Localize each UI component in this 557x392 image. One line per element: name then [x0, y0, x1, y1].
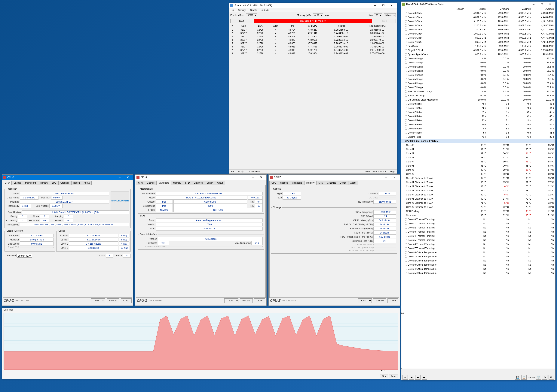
- problem-size-select[interactable]: 32717: [246, 13, 257, 17]
- sensor-row[interactable]: Core #132 °C31 °C85 °C63 °C: [401, 147, 555, 151]
- socket-select[interactable]: Socket #1: [16, 254, 32, 257]
- tab-mainboard[interactable]: Mainboard: [290, 181, 304, 185]
- sensor-row[interactable]: Core #5 Usage0.0 %0.0 %100.0 %86.0 %: [401, 77, 555, 81]
- save-button[interactable]: 💾: [515, 375, 520, 380]
- hw-col-minimum[interactable]: Minimum: [488, 8, 510, 10]
- sensor-row[interactable]: On-Demand Clock Modulation100.0 %100.0 %…: [401, 98, 555, 102]
- sensor-row[interactable]: Core #2 Thermal ThrottlingNoNoNoNo: [401, 226, 555, 230]
- sensor-row[interactable]: Core #6 Thermal ThrottlingNoNoNoNo: [401, 242, 555, 246]
- sensor-row[interactable]: Core #5 Distance to TjMAX69 °C14 °C70 °C…: [401, 197, 555, 201]
- sensor-row[interactable]: Core #0 Distance to TjMAX67 °C11 °C68 °C…: [401, 176, 555, 180]
- sensor-row[interactable]: Core #5 Ratio10 x8 x49 x45 x: [401, 122, 555, 127]
- tab-spd[interactable]: SPD: [50, 181, 58, 185]
- sensor-row[interactable]: Core #0 Ratio49 x8 x49 x45 x: [401, 102, 555, 106]
- col-header[interactable]: Align: [269, 24, 283, 28]
- sensor-row[interactable]: Core #1 Critical TemperatureNoNoNoNo: [401, 255, 555, 259]
- tab-cpu[interactable]: CPU: [136, 181, 145, 185]
- expand-button[interactable]: ⊞: [549, 375, 554, 380]
- menu-file[interactable]: File: [230, 8, 235, 12]
- sensor-row[interactable]: Core #1 Thermal ThrottlingNoNoNoNo: [401, 222, 555, 226]
- close-button[interactable]: ✕: [257, 175, 265, 180]
- tab-about[interactable]: About: [82, 181, 92, 185]
- nav-next-button[interactable]: ▶: [415, 375, 420, 380]
- sensor-row[interactable]: Core #3 Usage0.0 %0.0 %100.0 %86.2 %: [401, 69, 555, 73]
- table-row[interactable]: 23271732728448.726479.19169.749400e-103.…: [229, 32, 397, 35]
- sensor-row[interactable]: Core #6 Usage0.0 %0.0 %100.0 %86.4 %: [401, 81, 555, 85]
- sensor-row[interactable]: Core #7 Ratio8 x8 x49 x45 x: [401, 131, 555, 135]
- close-button[interactable]: ✕: [546, 2, 554, 7]
- menu-정보(z)[interactable]: 정보(Z): [260, 8, 269, 12]
- sensor-row[interactable]: Core #2 Critical TemperatureNoNoNoNo: [401, 259, 555, 263]
- tab-bench[interactable]: Bench: [205, 181, 215, 185]
- close-button[interactable]: ✕: [390, 175, 399, 180]
- close-button[interactable]: Close: [387, 298, 398, 303]
- sensor-row[interactable]: Core #6 Ratio8 x8 x49 x44 x: [401, 127, 555, 131]
- sensor-row[interactable]: Core #5 Critical TemperatureNoNoNoNo: [401, 271, 555, 275]
- tab-spd[interactable]: SPD: [183, 181, 192, 185]
- tools-button[interactable]: Tools: [358, 298, 372, 303]
- sensor-row[interactable]: Core #4 Usage0.0 %0.0 %100.0 %83.4 %: [401, 73, 555, 77]
- sensor-row[interactable]: Core #5 Thermal ThrottlingNoNoNoNo: [401, 238, 555, 242]
- nav-first-button[interactable]: ⏮: [402, 375, 408, 380]
- sensor-row[interactable]: Uncore Ratio43 x8 x43 x39 x: [401, 135, 555, 139]
- cpuz-titlebar[interactable]: CPU-Z ─✕: [269, 175, 400, 180]
- minimize-button[interactable]: ─: [382, 175, 390, 180]
- tab-caches[interactable]: Caches: [278, 181, 290, 185]
- maximize-button[interactable]: ☐: [538, 2, 546, 7]
- sensor-row[interactable]: Core #1 Clock4,001.0 MHz799.6 MHz4,903.6…: [401, 15, 555, 19]
- col-header[interactable]: LDA: [252, 24, 269, 28]
- memory-select[interactable]: 8192: [313, 13, 323, 17]
- sensor-row[interactable]: Core #1 Ratio40 x8 x49 x44 x: [401, 106, 555, 110]
- tab-memory[interactable]: Memory: [304, 181, 317, 185]
- sensor-row[interactable]: Core #333 °C32 °C87 °C66 °C: [401, 155, 555, 160]
- tab-graphics[interactable]: Graphics: [325, 181, 338, 185]
- table-row[interactable]: 63271732728448.911477.37891.003597e-093.…: [229, 45, 397, 48]
- sensor-row[interactable]: Core #0 Usage1.4 %0.0 %100.0 %85.6 %: [401, 56, 555, 61]
- menu-graphs[interactable]: Graphs: [249, 8, 258, 12]
- sensor-row[interactable]: Core #0 Clock4,901.2 MHz799.6 MHz4,903.6…: [401, 11, 555, 15]
- table-row[interactable]: 33271732728448.863477.85011.009277e-093.…: [229, 35, 397, 38]
- sensor-row[interactable]: Core #3 Critical TemperatureNoNoNoNo: [401, 263, 555, 267]
- run-count-select[interactable]: 20: [374, 13, 382, 17]
- tab-spd[interactable]: SPD: [316, 181, 325, 185]
- sensor-row[interactable]: Core #7 Distance to TjMAX70 °C22 °C70 °C…: [401, 205, 555, 209]
- tab-mainboard[interactable]: Mainboard: [23, 181, 38, 185]
- sensor-row[interactable]: Core #6 Clock800.2 MHz799.6 MHz4,903.6 M…: [401, 36, 555, 40]
- validate-button[interactable]: Validate: [240, 298, 253, 303]
- hwinfo-column-header[interactable]: SensorCurrentMinimumMaximumAverage: [401, 7, 555, 11]
- tab-bench[interactable]: Bench: [71, 181, 82, 185]
- tab-mainboard[interactable]: Mainboard: [156, 181, 171, 185]
- clock-button[interactable]: 🕐: [536, 375, 541, 380]
- tab-cpu[interactable]: CPU: [269, 181, 278, 185]
- sensor-row[interactable]: Core #3 Distance to TjMAX67 °C13 °C68 °C…: [401, 189, 555, 193]
- sensor-row[interactable]: Core #431 °C30 °C95 °C68 °C: [401, 160, 555, 164]
- col-header[interactable]: Residual (norm.): [358, 24, 397, 28]
- tab-graphics[interactable]: Graphics: [58, 181, 72, 185]
- nav-last-button[interactable]: ⏭: [422, 375, 427, 380]
- maximize-button[interactable]: ☐: [379, 3, 387, 8]
- table-row[interactable]: 73271732728448.918479.17336.973671e-092.…: [229, 48, 397, 52]
- tab-about[interactable]: About: [215, 181, 225, 185]
- sensor-row[interactable]: Core #0 Critical TemperatureNoNoNoNo: [401, 250, 555, 255]
- tab-about[interactable]: About: [348, 181, 358, 185]
- hw-col-maximum[interactable]: Maximum: [510, 8, 533, 10]
- sensor-row[interactable]: Core #4 Clock1,300.3 MHz799.6 MHz4,903.6…: [401, 28, 555, 32]
- sensor-row[interactable]: Core #1 Distance to TjMAX68 °C15 °C69 °C…: [401, 180, 555, 184]
- cpuz-titlebar[interactable]: CPU-Z ─✕: [135, 175, 266, 180]
- close-button[interactable]: ✕: [124, 175, 132, 180]
- linx-titlebar[interactable]: Error - LinX v0.9.1 (MKL: 2018.1.009) ─ …: [229, 3, 397, 8]
- cpuz-titlebar[interactable]: CPU-Z ─✕: [2, 175, 133, 180]
- sensor-row[interactable]: Core #2 Clock3,100.7 MHz799.6 MHz4,903.6…: [401, 19, 555, 24]
- sensor-row[interactable]: Core #5 Clock1,000.2 MHz799.6 MHz4,903.6…: [401, 32, 555, 36]
- nav-prev-button[interactable]: ◀: [409, 375, 414, 380]
- table-row[interactable]: 83271732728449.018476.33546.248382e-022.…: [229, 52, 397, 55]
- fit-y-button[interactable]: Fit y: [380, 375, 388, 378]
- tab-graphics[interactable]: Graphics: [192, 181, 205, 185]
- tools-button[interactable]: Tools: [91, 298, 105, 303]
- tab-bench[interactable]: Bench: [338, 181, 348, 185]
- minimize-button[interactable]: ─: [249, 175, 257, 180]
- sensor-row[interactable]: Core #2 Distance to TjMAX68 °C6 °C70 °C3…: [401, 184, 555, 189]
- sensor-row[interactable]: Core #629 °C29 °C95 °C67 °C: [401, 168, 555, 172]
- table-row[interactable]: 53271732728448.863477.84777.969051e-102.…: [229, 42, 397, 45]
- sensor-row[interactable]: System Agent Clock1,000.2 MHz999.3 MHz1,…: [401, 52, 555, 56]
